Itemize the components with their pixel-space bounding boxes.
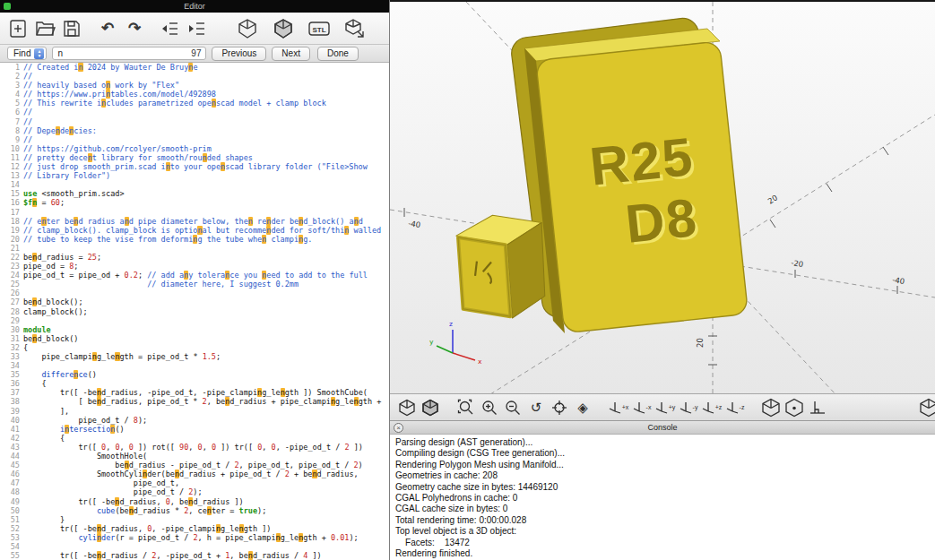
line-number: 3 xyxy=(0,81,20,90)
code-line: bend_block(); xyxy=(23,297,389,306)
view-minus-z-button[interactable]: -z xyxy=(723,396,747,419)
code-line: pipe_od_t = pipe_od + 0.2; // add any to… xyxy=(23,271,389,280)
code-line: // enter bend radius and pipe diameter b… xyxy=(23,217,389,226)
line-number: 43 xyxy=(0,443,20,452)
view-minus-x-button[interactable]: -x xyxy=(630,396,654,419)
zoom-all-button[interactable] xyxy=(455,396,478,419)
preview-button-viewport[interactable] xyxy=(395,396,419,419)
view-plus-y-button[interactable]: +y xyxy=(654,396,677,419)
zoom-in-button[interactable] xyxy=(478,396,501,419)
undo-button[interactable]: ↶ xyxy=(94,15,121,42)
find-done-button[interactable]: Done xyxy=(317,47,359,61)
preview-button[interactable] xyxy=(234,15,261,42)
code-line: SmoothCylinder(bend_radius + pipe_od_t /… xyxy=(23,470,389,478)
diagonal-cube-icon xyxy=(761,398,781,418)
export-stl-button[interactable]: STL xyxy=(306,15,333,42)
line-number: 6 xyxy=(0,108,20,116)
code-line: use <smooth_prim.scad> xyxy=(23,189,389,198)
render-button[interactable] xyxy=(270,15,297,42)
code-line xyxy=(23,244,389,253)
line-number: 44 xyxy=(0,452,20,461)
axes-toggle-button[interactable] xyxy=(917,396,935,419)
line-number: 50 xyxy=(0,506,20,515)
line-number: 20 xyxy=(0,235,20,244)
console-line: Rendering finished. xyxy=(395,548,930,559)
look-at-center-button[interactable] xyxy=(548,396,571,419)
new-file-button[interactable] xyxy=(4,15,31,42)
line-number: 37 xyxy=(0,388,20,397)
save-icon xyxy=(61,18,82,39)
code-line: pipe_od = 8; xyxy=(23,262,389,271)
viewport-pane: -40 20 -20 -40 20 R25 R25 D8 D8 xyxy=(390,0,935,560)
code-line: tr([ -bend_radius / 2, -pipe_od_t + 1, b… xyxy=(23,551,389,560)
line-number: 36 xyxy=(0,379,20,388)
line-number: 17 xyxy=(0,208,20,217)
view-plus-x-button[interactable]: +x xyxy=(607,396,630,419)
axis-star-icon xyxy=(702,401,714,415)
view-surfaces-button[interactable]: ◈ xyxy=(571,396,594,419)
unindent-icon xyxy=(160,18,181,39)
popup-arrows-icon: ▲▼ xyxy=(34,48,44,59)
code-line: $fn = 60; xyxy=(23,198,389,207)
line-number: 7 xyxy=(0,117,20,126)
line-number: 10 xyxy=(0,144,20,153)
line-number: 14 xyxy=(0,180,20,189)
console-line: Total rendering time: 0:00:00.028 xyxy=(395,515,930,526)
line-number: 2 xyxy=(0,72,20,81)
view-minus-y-button[interactable]: -y xyxy=(677,396,700,419)
reset-view-button[interactable]: ↺ xyxy=(524,396,548,419)
line-number: 53 xyxy=(0,533,20,542)
search-input[interactable]: n 97 xyxy=(52,47,206,60)
render-button-viewport[interactable] xyxy=(419,396,442,419)
line-number: 16 xyxy=(0,198,20,207)
line-number: 34 xyxy=(0,361,20,370)
editor-pane: Editor ↶ ↷ STL Find ▲▼ xyxy=(0,0,390,560)
code-line xyxy=(23,542,389,551)
view-plus-z-button[interactable]: +z xyxy=(700,396,723,419)
code-editor[interactable]: 1234567891011121314151617181920212223242… xyxy=(0,63,389,560)
viewport-canvas: -40 20 -20 -40 20 R25 R25 D8 D8 xyxy=(390,2,935,394)
line-number: 42 xyxy=(0,434,20,443)
redo-icon: ↷ xyxy=(128,19,141,38)
code-line: { xyxy=(23,343,389,352)
model-engraving-radius: R25 xyxy=(587,126,697,197)
code-line: // https://www.printables.com/model/4928… xyxy=(23,90,389,99)
code-line: pipe_od_t / 2); xyxy=(23,487,389,496)
code-line: module xyxy=(23,325,389,334)
model-bend-block: R25 R25 D8 D8 xyxy=(510,16,749,333)
unindent-button[interactable] xyxy=(157,15,184,42)
axis-star-icon xyxy=(726,401,739,415)
indent-button[interactable] xyxy=(184,15,211,42)
console-line: Top level object is a 3D object: xyxy=(395,526,930,537)
line-number: 45 xyxy=(0,461,20,470)
code-line xyxy=(23,289,389,297)
code-line: pipe_clamping_length = pipe_od_t * 1.5; xyxy=(23,352,389,361)
save-button[interactable] xyxy=(58,15,85,42)
console-line: CGAL Polyhedrons in cache: 0 xyxy=(395,493,930,504)
search-query: n xyxy=(57,48,63,58)
viewport-3d[interactable]: -40 20 -20 -40 20 R25 R25 D8 D8 xyxy=(390,2,935,394)
line-number: 40 xyxy=(0,416,20,425)
orthogonal-view-button[interactable] xyxy=(806,396,829,419)
view-center-button[interactable] xyxy=(783,396,806,419)
redo-button[interactable]: ↷ xyxy=(121,15,148,42)
code-line: clamp_block(); xyxy=(23,307,389,316)
view-diagonal-button[interactable] xyxy=(759,396,783,419)
find-mode-select[interactable]: Find ▲▼ xyxy=(7,47,47,60)
zoom-out-button[interactable] xyxy=(501,396,524,419)
console-log[interactable]: Parsing design (AST generation)...Compil… xyxy=(390,435,935,560)
open-file-button[interactable] xyxy=(31,15,58,42)
code-line: // heavily based on work by "Flex" xyxy=(23,81,389,90)
code-line: } xyxy=(23,515,389,524)
new-file-icon xyxy=(7,18,29,39)
reset-view-icon: ↺ xyxy=(531,400,542,416)
clear-console-button[interactable]: × xyxy=(394,423,403,433)
find-previous-button[interactable]: Previous xyxy=(212,47,266,61)
code-line: // tube to keep the vise from deforming … xyxy=(23,235,389,244)
find-next-button[interactable]: Next xyxy=(272,47,310,61)
send-to-print-button[interactable] xyxy=(342,15,368,42)
code-line: // https://github.com/rcolyer/smooth-pri… xyxy=(23,144,389,153)
center-target-icon xyxy=(550,399,568,417)
svg-text:STL: STL xyxy=(312,25,325,33)
console-line: Geometry cache size in bytes: 14469120 xyxy=(395,482,930,493)
